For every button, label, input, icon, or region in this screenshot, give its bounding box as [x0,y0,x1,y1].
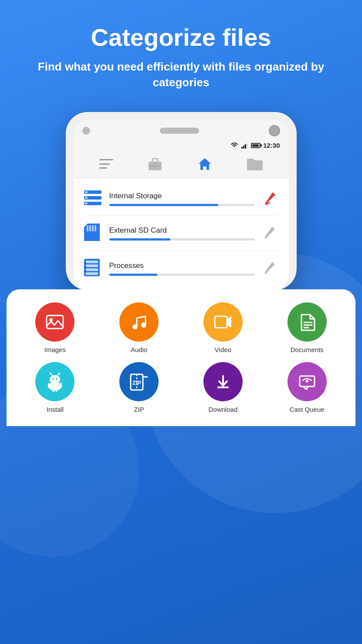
cast-queue-label: Cast Queue [290,406,325,413]
zip-label: ZIP [134,406,144,413]
processes-icon [84,259,101,278]
svg-point-35 [56,378,58,380]
svg-rect-3 [247,143,248,149]
svg-rect-14 [89,225,91,231]
cast-queue-circle [288,362,327,401]
download-label: Download [209,406,238,413]
svg-rect-10 [85,197,88,199]
category-video[interactable]: Video [183,302,263,353]
svg-point-34 [52,378,54,380]
wifi-icon [230,142,239,149]
phone-screen: 12:30 [74,120,289,290]
internal-progress-bar-bg [109,204,255,206]
svg-point-52 [306,380,308,383]
audio-label: Audio [131,346,147,353]
svg-rect-20 [86,268,98,271]
phone-frame: 12:30 [66,112,297,290]
category-install[interactable]: Install [15,362,95,413]
battery-icon [251,143,261,148]
processes-label: Processes [109,261,255,270]
svg-rect-18 [86,261,98,263]
svg-rect-23 [84,266,86,268]
nav-menu[interactable] [99,159,113,169]
sdcard-label: External SD Card [109,226,255,235]
signal-icon [241,142,248,149]
download-circle [203,362,243,401]
category-zip[interactable]: ZIP ZIP [99,362,179,413]
svg-rect-40 [55,388,58,392]
storage-item-processes-content: Processes [109,261,255,276]
svg-rect-19 [86,264,98,267]
internal-storage-action[interactable] [263,192,278,206]
svg-rect-38 [60,383,62,388]
svg-point-43 [50,373,51,374]
broom-gray2-icon [264,262,277,275]
status-bar: 12:30 [74,140,289,152]
storage-item-processes[interactable]: Processes [74,251,289,286]
page-subtitle: Find what you need efficiently with file… [26,59,336,91]
home-icon [197,156,213,172]
svg-rect-36 [50,383,60,390]
category-documents[interactable]: Documents [267,302,347,353]
page-title: Categorize files [26,24,336,51]
sdcard-progress-bar-fill [109,238,170,241]
app-nav-bar [74,152,289,178]
phone-top-bar [74,120,289,140]
category-audio[interactable]: Audio [99,302,179,353]
svg-rect-21 [86,272,98,275]
svg-point-33 [50,375,60,384]
audio-circle [119,302,159,342]
install-circle [35,362,74,401]
nav-folder[interactable] [247,157,263,170]
category-cast-queue[interactable]: Cast Queue [267,362,347,413]
music-icon [129,312,149,332]
svg-rect-24 [84,270,86,272]
header-section: Categorize files Find what you need effi… [0,0,362,103]
svg-point-44 [58,373,60,374]
internal-progress-bar-fill [109,204,219,206]
document-icon [297,312,317,332]
sdcard-storage-action[interactable] [263,227,278,240]
zip-circle: ZIP [119,362,159,401]
processes-action[interactable] [263,262,278,275]
storage-item-sdcard[interactable]: External SD Card [74,216,289,251]
broom-red-icon [264,192,277,206]
menu-icon [99,159,113,169]
categories-card: Images Audio Video [7,289,355,426]
briefcase-icon [148,157,162,170]
sd-card-icon [84,224,101,243]
images-label: Images [44,346,66,353]
processes-progress-bar-bg [109,274,255,276]
svg-rect-13 [87,225,88,231]
nav-briefcase[interactable] [148,157,162,170]
install-label: Install [47,406,64,413]
internal-storage-icon [84,190,101,207]
category-images[interactable]: Images [15,302,95,353]
storage-item-internal[interactable]: Internal Storage [74,183,289,215]
android-icon [45,372,65,392]
storage-item-sdcard-content: External SD Card [109,226,255,241]
nav-home[interactable] [197,156,213,172]
status-icons: 12:30 [230,142,280,149]
category-download[interactable]: Download [183,362,263,413]
status-time: 12:30 [263,142,280,149]
svg-rect-2 [245,144,246,149]
phone-mockup: 12:30 [0,112,362,290]
processes-progress-bar-fill [109,274,157,276]
folder-icon [247,157,263,170]
svg-rect-39 [52,388,54,392]
download-icon [213,372,233,392]
video-circle [203,302,243,342]
video-label: Video [215,346,231,353]
broom-gray-icon [264,227,277,240]
svg-rect-8 [85,191,88,193]
svg-rect-37 [48,383,50,388]
svg-rect-22 [84,262,86,264]
svg-point-28 [141,322,146,328]
svg-point-27 [132,324,138,329]
svg-rect-25 [47,315,63,329]
svg-rect-29 [215,316,227,328]
front-camera-right [269,125,280,136]
storage-item-internal-content: Internal Storage [109,192,255,206]
svg-rect-15 [92,225,94,231]
